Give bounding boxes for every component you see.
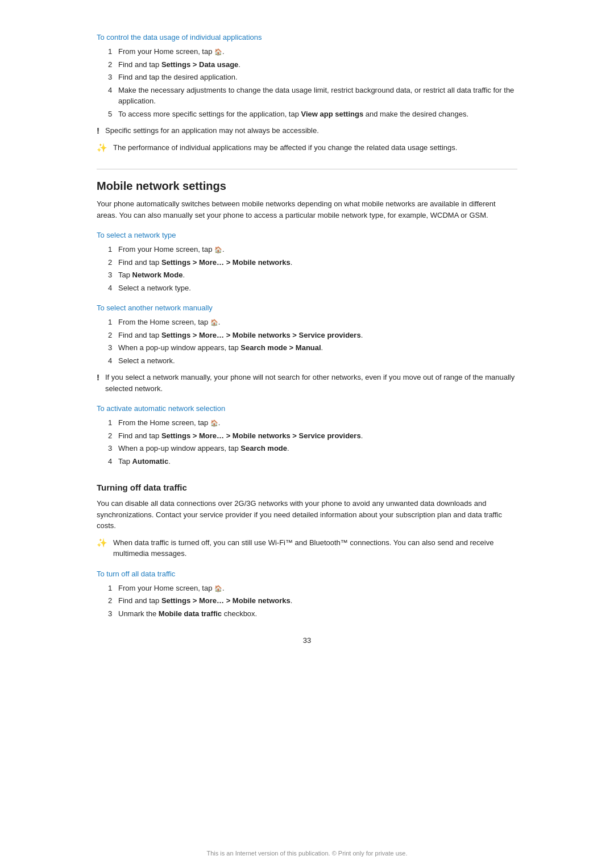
list-item: Find and tap Settings > More… > Mobile n…	[108, 595, 517, 607]
list-item: Find and tap Settings > More… > Mobile n…	[108, 257, 517, 268]
list-item: When a pop-up window appears, tap Search…	[108, 342, 517, 354]
automatic-network-heading: To activate automatic network selection	[97, 404, 517, 413]
list-item: To access more specific settings for the…	[108, 109, 517, 120]
list-item: Tap Network Mode.	[108, 269, 517, 281]
note-tip-text: The performance of individual applicatio…	[113, 142, 457, 153]
note-exclamation-data-usage: ! Specific settings for an application m…	[97, 125, 517, 136]
tip-icon: ✨	[97, 143, 107, 153]
list-item: From your Home screen, tap 🏠.	[108, 46, 517, 57]
note-exclamation-text: Specific settings for an application may…	[105, 125, 319, 136]
list-item: From your Home screen, tap 🏠.	[108, 583, 517, 594]
section-data-usage-heading: To control the data usage of individual …	[97, 33, 517, 153]
exclamation-icon: !	[97, 372, 99, 382]
select-another-network-heading: To select another network manually	[97, 304, 517, 312]
data-usage-heading: To control the data usage of individual …	[97, 33, 517, 41]
select-network-type-heading: To select a network type	[97, 231, 517, 239]
home-icon: 🏠	[214, 47, 222, 57]
list-item: Select a network type.	[108, 283, 517, 294]
turn-off-all-data-steps: From your Home screen, tap 🏠. Find and t…	[108, 583, 517, 620]
exclamation-icon: !	[97, 126, 99, 135]
note-tip-wifi-text: When data traffic is turned off, you can…	[113, 537, 517, 559]
list-item: Find and tap the desired application.	[108, 72, 517, 83]
list-item: Find and tap Settings > More… > Mobile n…	[108, 330, 517, 341]
list-item: When a pop-up window appears, tap Search…	[108, 443, 517, 454]
turn-off-data-intro: You can disable all data connections ove…	[97, 498, 517, 531]
list-item: From your Home screen, tap 🏠.	[108, 244, 517, 255]
list-item: Unmark the Mobile data traffic checkbox.	[108, 608, 517, 620]
note-exclamation-manual-text: If you select a network manually, your p…	[105, 372, 517, 394]
list-item: From the Home screen, tap 🏠.	[108, 417, 517, 429]
select-another-network-steps: From the Home screen, tap 🏠. Find and ta…	[108, 317, 517, 366]
data-usage-steps: From your Home screen, tap 🏠. Find and t…	[108, 46, 517, 119]
list-item: From the Home screen, tap 🏠.	[108, 317, 517, 328]
note-exclamation-manual: ! If you select a network manually, your…	[97, 372, 517, 394]
list-item: Find and tap Settings > More… > Mobile n…	[108, 430, 517, 442]
mobile-network-intro: Your phone automatically switches betwee…	[97, 198, 517, 221]
list-item: Find and tap Settings > Data usage.	[108, 59, 517, 70]
note-tip-wifi: ✨ When data traffic is turned off, you c…	[97, 537, 517, 559]
select-network-type-steps: From your Home screen, tap 🏠. Find and t…	[108, 244, 517, 293]
list-item: Make the necessary adjustments to change…	[108, 85, 517, 107]
home-icon: 🏠	[210, 318, 218, 327]
mobile-network-heading: Mobile network settings	[97, 169, 517, 193]
home-icon: 🏠	[214, 245, 222, 255]
home-icon: 🏠	[214, 584, 222, 593]
turn-off-all-data-heading: To turn off all data traffic	[97, 570, 517, 578]
footer-text: This is an Internet version of this publ…	[0, 850, 614, 857]
turn-off-data-heading: Turning off data traffic	[97, 483, 517, 492]
page-number: 33	[97, 636, 517, 645]
list-item: Select a network.	[108, 355, 517, 367]
tip-icon: ✨	[97, 538, 107, 548]
home-icon: 🏠	[210, 418, 218, 428]
note-tip-data-usage: ✨ The performance of individual applicat…	[97, 142, 517, 153]
automatic-network-steps: From the Home screen, tap 🏠. Find and ta…	[108, 417, 517, 467]
list-item: Tap Automatic.	[108, 456, 517, 467]
